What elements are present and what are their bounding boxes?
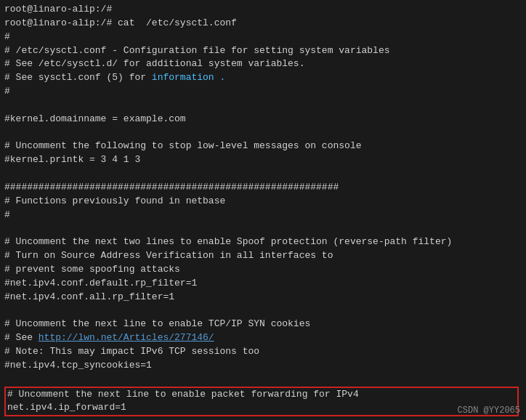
line-8 (4, 99, 522, 113)
line-21: #net.ipv4.conf.default.rp_filter=1 (4, 277, 522, 291)
line-18: # Uncomment the next two lines to enable… (4, 235, 522, 249)
line-9: #kernel.domainname = example.com (4, 113, 522, 126)
line-7: # (4, 85, 522, 99)
line-24: # Uncomment the next line to enable TCP/… (4, 318, 522, 331)
terminal: root@linaro-alip:/# root@linaro-alip:/# … (0, 0, 526, 420)
line-13 (4, 167, 522, 181)
line-23 (4, 304, 522, 318)
line-4: # /etc/sysctl.conf - Configuration file … (4, 44, 522, 58)
line-12: #kernel.printk = 3 4 1 3 (4, 153, 522, 167)
line-27: #net.ipv4.tcp_syncookies=1 (4, 359, 522, 373)
line-29: # Uncomment the next line to enable pack… (7, 388, 516, 402)
red-box-highlight: # Uncomment the next line to enable pack… (4, 387, 519, 417)
line-25: # See http://lwn.net/Articles/277146/ (4, 331, 522, 345)
line-20: # prevent some spoofing attacks (4, 263, 522, 277)
info-link: information . (152, 72, 225, 83)
line-19: # Turn on Source Address Verification in… (4, 249, 522, 263)
line-3: # (4, 31, 522, 44)
line-22: #net.ipv4.conf.all.rp_filter=1 (4, 291, 522, 304)
line-31 (4, 416, 522, 420)
line-5: # See /etc/sysctl.d/ for additional syst… (4, 57, 522, 71)
line-16: # (4, 209, 522, 222)
line-14: ########################################… (4, 181, 522, 195)
line-30: net.ipv4.ip_forward=1 (7, 401, 516, 415)
line-28 (4, 373, 522, 387)
line-6: # See sysctl.conf (5) for information . (4, 71, 522, 85)
line-2: root@linaro-alip:/# cat /etc/sysctl.conf (4, 17, 522, 31)
line-15: # Functions previously found in netbase (4, 195, 522, 209)
lwn-link[interactable]: http://lwn.net/Articles/277146/ (39, 332, 214, 343)
line-1: root@linaro-alip:/# (4, 3, 522, 17)
line-17 (4, 222, 522, 236)
line-26: # Note: This may impact IPv6 TCP session… (4, 345, 522, 359)
watermark: CSDN @YY2065 (458, 405, 520, 416)
line-11: # Uncomment the following to stop low-le… (4, 140, 522, 153)
line-10 (4, 126, 522, 140)
